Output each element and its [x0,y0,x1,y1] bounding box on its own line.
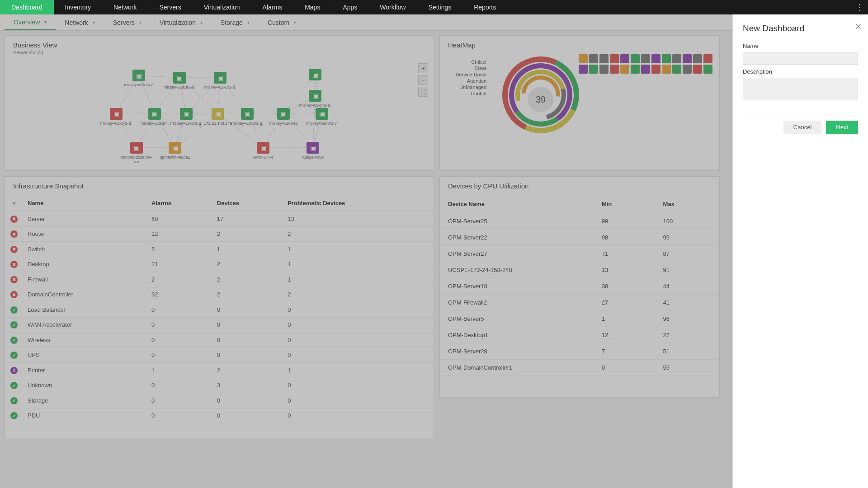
new-dashboard-panel: ✕ New Dashboard Name Description Cancel … [732,14,868,488]
nav-workflow[interactable]: Workflow [368,0,417,14]
nav-maps[interactable]: Maps [293,0,331,14]
nav-settings[interactable]: Settings [417,0,463,14]
description-input[interactable] [743,78,858,100]
nav-alarms[interactable]: Alarms [251,0,294,14]
name-input[interactable] [743,52,858,65]
nav-inventory[interactable]: Inventory [54,0,103,14]
nav-network[interactable]: Network [102,0,148,14]
close-icon[interactable]: ✕ [855,22,862,32]
nav-apps[interactable]: Apps [331,0,368,14]
more-menu-icon[interactable]: ⋮ [851,0,868,14]
nav-virtualization[interactable]: Virtualization [193,0,251,14]
nav-dashboard[interactable]: Dashboard [0,0,54,14]
name-label: Name [743,42,858,49]
nav-reports[interactable]: Reports [462,0,507,14]
cancel-button[interactable]: Cancel [783,121,821,134]
description-label: Description [743,68,858,75]
panel-title: New Dashboard [743,23,858,33]
next-button[interactable]: Next [826,121,858,134]
nav-servers[interactable]: Servers [148,0,192,14]
modal-overlay[interactable] [0,14,732,488]
top-nav: DashboardInventoryNetworkServersVirtuali… [0,0,868,14]
